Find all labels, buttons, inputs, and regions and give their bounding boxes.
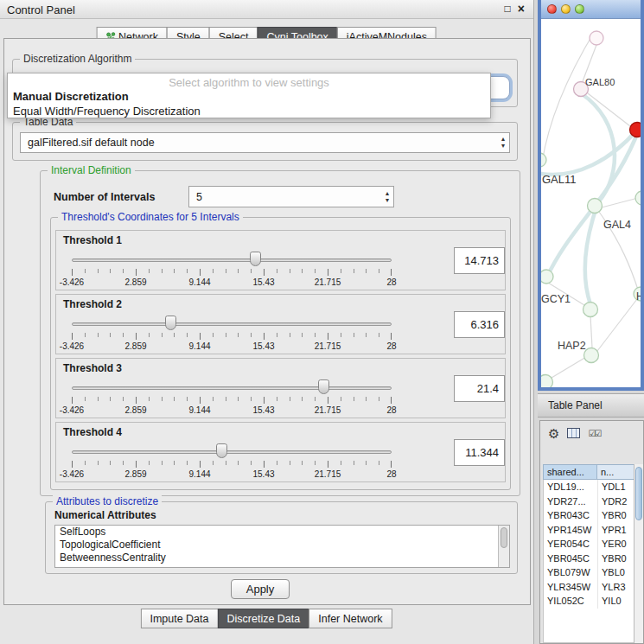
number-of-intervals-label: Number of Intervals [54,191,155,203]
control-panel-window: Control Panel □ × Network Style Sele [0,0,534,644]
network-view-window: GAL80 GAL11 GAL4 GCY1 HAP2 H [538,0,644,391]
threshold-3-panel: Threshold 3 -3.4262.8599.14415.4321.7152… [55,358,506,418]
column-header-shared-name[interactable]: shared... [543,464,597,480]
apply-button[interactable]: Apply [231,579,290,599]
node-label-gal80: GAL80 [585,77,615,87]
threshold-1-value-field[interactable]: 14.713 [454,247,505,274]
tab-label: Impute Data [150,613,208,625]
zoom-traffic-light[interactable] [575,4,584,14]
select-columns-icon[interactable]: ☑☑ [588,429,600,438]
tab-label: Infer Network [318,613,382,625]
slider-thumb[interactable] [318,379,329,394]
node-gal11[interactable] [541,153,546,167]
tab-discretize-data[interactable]: Discretize Data [218,609,310,628]
table-scrollbar[interactable] [634,464,643,643]
threshold-3-slider[interactable]: -3.4262.8599.14415.4321.71528 [72,378,392,418]
node[interactable] [635,191,641,205]
application: Control Panel □ × Network Style Sele [0,0,644,644]
network-canvas[interactable]: GAL80 GAL11 GAL4 GCY1 HAP2 H [541,19,641,387]
node-label-hap2: HAP2 [558,340,586,352]
column-header-name[interactable]: n... [597,464,636,480]
close-traffic-light[interactable] [547,4,557,14]
threshold-3-label: Threshold 3 [63,362,122,374]
slider-ticks [72,461,392,468]
table-panel: ⚙ ☑☑ shared... n... YDL19...YDL1 YDR27..… [539,420,644,644]
numerical-attributes-list[interactable]: SelfLoops TopologicalCoefficient Between… [54,525,510,568]
discretization-algorithm-group-label: Discretization Algorithm [20,53,135,65]
table-row[interactable]: YBR043CYBR0 [544,508,635,523]
table-row[interactable]: YBR045CYBR0 [544,552,635,566]
float-window-icon[interactable]: □ [505,3,511,16]
algorithm-option-equal-width-frequency[interactable]: Equal Width/Frequency Discretization [13,105,201,118]
table-row[interactable]: YDL19...YDL1 [544,480,635,494]
algorithm-dropdown-popup: Select algorithm to view settings Manual… [7,73,491,118]
combo-arrows-icon: ▴▾ [501,136,505,150]
threshold-1-slider[interactable]: -3.4262.8599.14415.4321.71528 [72,250,392,290]
table-row[interactable]: YIL052CYIL0 [544,594,635,609]
node-label-gcy1: GCY1 [541,293,571,305]
node-gal4[interactable] [588,199,603,214]
settings-gear-icon[interactable]: ⚙ [548,427,559,440]
threshold-4-slider[interactable]: -3.4262.8599.14415.4321.71528 [72,442,392,481]
threshold-2-value-field[interactable]: 6.316 [454,311,505,338]
node-hap2[interactable] [584,348,599,363]
table-row[interactable]: YER054CYER0 [544,537,635,552]
thresholds-group-label: Threshold's Coordinates for 5 Intervals [58,211,243,223]
network-edges-thick [541,93,637,304]
slider-track[interactable] [72,386,392,390]
threshold-2-label: Threshold 2 [63,298,122,310]
list-item[interactable]: BetweennessCentrality [55,552,509,564]
slider-ticks [72,269,392,276]
node-label-gal4: GAL4 [603,219,631,231]
table-row[interactable]: YBL079WYBL0 [544,565,635,580]
attributes-group-label: Attributes to discretize [53,495,162,507]
table-rows: YDL19...YDL1 YDR27...YDR2 YBR043CYBR0 YP… [543,480,636,643]
slider-track[interactable] [72,322,392,326]
list-scrollbar[interactable] [498,526,509,567]
table-row[interactable]: YPR145WYPR1 [544,523,635,538]
cyni-bottom-tabbar: Impute Data Discretize Data Infer Networ… [141,609,392,628]
table-row[interactable]: YLR345WYLR3 [544,580,635,595]
network-window-titlebar[interactable] [541,0,641,19]
control-panel-titlebar: Control Panel □ × [0,0,533,19]
threshold-2-panel: Threshold 2 -3.4262.8599.14415.4321.7152… [55,294,506,354]
threshold-2-slider[interactable]: -3.4262.8599.14415.4321.71528 [72,314,392,354]
node[interactable] [583,303,598,317]
node-gcy1[interactable] [541,270,553,284]
slider-thumb[interactable] [216,443,227,458]
threshold-4-label: Threshold 4 [63,426,122,438]
tab-impute-data[interactable]: Impute Data [140,609,218,628]
close-window-icon[interactable]: × [518,2,525,16]
node-label-gal11: GAL11 [542,173,577,186]
algorithm-option-manual-discretization[interactable]: Manual Discretization [13,90,129,103]
list-item[interactable]: SelfLoops [55,526,509,539]
tab-infer-network[interactable]: Infer Network [309,609,392,628]
node[interactable] [541,375,553,388]
node[interactable] [590,31,603,45]
node-label-partial: H [636,290,641,303]
threshold-1-label: Threshold 1 [63,234,122,246]
threshold-4-panel: Threshold 4 -3.4262.8599.14415.4321.7152… [55,422,506,482]
list-item[interactable]: TopologicalCoefficient [55,539,509,552]
table-data-combobox[interactable]: galFiltered.sif default node ▴▾ [20,132,510,153]
slider-ticks [72,333,392,340]
threshold-3-value-field[interactable]: 21.4 [454,375,505,402]
scrollbar-thumb[interactable] [501,527,507,548]
table-panel-title: Table Panel [548,399,603,411]
slider-ticks [72,397,392,404]
slider-track[interactable] [72,450,392,454]
slider-track[interactable] [72,258,392,262]
table-panel-header: Table Panel [538,393,644,418]
columns-icon[interactable] [567,428,580,438]
scrollbar-thumb[interactable] [635,467,642,520]
selected-red-node[interactable] [630,123,641,137]
slider-thumb[interactable] [250,252,261,266]
algorithm-placeholder: Select algorithm to view settings [8,76,490,89]
threshold-4-value-field[interactable]: 11.344 [454,439,505,466]
table-row[interactable]: YDR27...YDR2 [544,494,635,509]
threshold-1-panel: Threshold 1 -3.4262.8599.14415.4321.7152… [55,230,506,290]
slider-thumb[interactable] [165,316,176,330]
number-of-intervals-spinner[interactable]: 5 ▴▾ [188,186,394,207]
window-title: Control Panel [7,3,75,16]
minimize-traffic-light[interactable] [561,4,571,14]
